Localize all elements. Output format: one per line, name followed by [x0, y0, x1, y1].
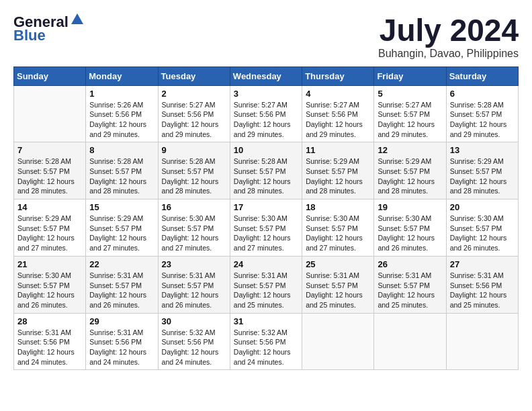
- day-number: 3: [234, 89, 298, 99]
- table-row: 25 Sunrise: 5:31 AM Sunset: 5:57 PM Dayl…: [302, 256, 374, 313]
- day-info: Sunrise: 5:30 AM Sunset: 5:57 PM Dayligh…: [17, 271, 82, 310]
- svg-marker-0: [71, 13, 83, 24]
- table-row: 2 Sunrise: 5:27 AM Sunset: 5:56 PM Dayli…: [158, 85, 230, 142]
- day-info: Sunrise: 5:31 AM Sunset: 5:57 PM Dayligh…: [306, 271, 370, 310]
- table-row: 21 Sunrise: 5:30 AM Sunset: 5:57 PM Dayl…: [14, 256, 86, 313]
- day-info: Sunrise: 5:30 AM Sunset: 5:57 PM Dayligh…: [450, 214, 515, 253]
- day-info: Sunrise: 5:32 AM Sunset: 5:56 PM Dayligh…: [162, 328, 226, 367]
- month-title: July 2024: [378, 13, 519, 48]
- day-info: Sunrise: 5:30 AM Sunset: 5:57 PM Dayligh…: [378, 214, 442, 253]
- day-info: Sunrise: 5:31 AM Sunset: 5:57 PM Dayligh…: [162, 271, 226, 310]
- day-info: Sunrise: 5:27 AM Sunset: 5:56 PM Dayligh…: [306, 100, 370, 140]
- table-row: 30 Sunrise: 5:32 AM Sunset: 5:56 PM Dayl…: [158, 313, 230, 370]
- logo-blue: Blue: [13, 27, 46, 44]
- day-number: 14: [17, 202, 82, 212]
- day-info: Sunrise: 5:29 AM Sunset: 5:57 PM Dayligh…: [17, 214, 82, 253]
- table-row: 28 Sunrise: 5:31 AM Sunset: 5:56 PM Dayl…: [14, 313, 86, 370]
- day-number: 23: [162, 259, 226, 269]
- day-number: 16: [162, 202, 226, 212]
- col-tuesday: Tuesday: [158, 66, 230, 85]
- day-number: 17: [234, 202, 298, 212]
- calendar-week-row: 14 Sunrise: 5:29 AM Sunset: 5:57 PM Dayl…: [14, 199, 519, 257]
- table-row: 22 Sunrise: 5:31 AM Sunset: 5:57 PM Dayl…: [86, 256, 158, 313]
- day-number: 9: [162, 145, 226, 155]
- day-number: 15: [89, 202, 154, 212]
- day-info: Sunrise: 5:28 AM Sunset: 5:57 PM Dayligh…: [17, 156, 82, 196]
- day-number: 31: [234, 316, 298, 326]
- table-row: 27 Sunrise: 5:31 AM Sunset: 5:56 PM Dayl…: [446, 256, 518, 313]
- table-row: [446, 313, 518, 370]
- calendar-table: Sunday Monday Tuesday Wednesday Thursday…: [13, 66, 519, 371]
- calendar-week-row: 7 Sunrise: 5:28 AM Sunset: 5:57 PM Dayli…: [14, 142, 519, 199]
- table-row: [302, 313, 374, 370]
- day-number: 1: [89, 89, 154, 99]
- table-row: 6 Sunrise: 5:28 AM Sunset: 5:57 PM Dayli…: [446, 85, 518, 142]
- day-number: 2: [162, 89, 226, 99]
- day-info: Sunrise: 5:31 AM Sunset: 5:57 PM Dayligh…: [89, 271, 154, 310]
- logo: General Blue: [13, 13, 85, 44]
- day-info: Sunrise: 5:30 AM Sunset: 5:57 PM Dayligh…: [234, 214, 298, 253]
- day-info: Sunrise: 5:29 AM Sunset: 5:57 PM Dayligh…: [89, 214, 154, 253]
- logo-icon: [70, 12, 85, 27]
- day-number: 18: [306, 202, 370, 212]
- table-row: 24 Sunrise: 5:31 AM Sunset: 5:57 PM Dayl…: [230, 256, 302, 313]
- day-number: 29: [89, 316, 154, 326]
- table-row: 31 Sunrise: 5:32 AM Sunset: 5:56 PM Dayl…: [230, 313, 302, 370]
- table-row: 23 Sunrise: 5:31 AM Sunset: 5:57 PM Dayl…: [158, 256, 230, 313]
- table-row: 18 Sunrise: 5:30 AM Sunset: 5:57 PM Dayl…: [302, 199, 374, 257]
- table-row: 8 Sunrise: 5:28 AM Sunset: 5:57 PM Dayli…: [86, 142, 158, 199]
- table-row: 19 Sunrise: 5:30 AM Sunset: 5:57 PM Dayl…: [374, 199, 446, 257]
- day-info: Sunrise: 5:27 AM Sunset: 5:56 PM Dayligh…: [234, 100, 298, 140]
- day-info: Sunrise: 5:31 AM Sunset: 5:57 PM Dayligh…: [378, 271, 442, 310]
- col-sunday: Sunday: [14, 66, 86, 85]
- day-number: 22: [89, 259, 154, 269]
- day-info: Sunrise: 5:28 AM Sunset: 5:57 PM Dayligh…: [234, 156, 298, 196]
- day-number: 5: [378, 89, 442, 99]
- day-number: 6: [450, 89, 515, 99]
- day-number: 26: [378, 259, 442, 269]
- table-row: 17 Sunrise: 5:30 AM Sunset: 5:57 PM Dayl…: [230, 199, 302, 257]
- day-info: Sunrise: 5:32 AM Sunset: 5:56 PM Dayligh…: [234, 328, 298, 367]
- col-saturday: Saturday: [446, 66, 518, 85]
- day-info: Sunrise: 5:29 AM Sunset: 5:57 PM Dayligh…: [378, 156, 442, 196]
- col-wednesday: Wednesday: [230, 66, 302, 85]
- table-row: 11 Sunrise: 5:29 AM Sunset: 5:57 PM Dayl…: [302, 142, 374, 199]
- day-number: 21: [17, 259, 82, 269]
- calendar-week-row: 1 Sunrise: 5:26 AM Sunset: 5:56 PM Dayli…: [14, 85, 519, 142]
- location-subtitle: Buhangin, Davao, Philippines: [378, 48, 519, 60]
- table-row: 4 Sunrise: 5:27 AM Sunset: 5:56 PM Dayli…: [302, 85, 374, 142]
- day-number: 12: [378, 145, 442, 155]
- day-info: Sunrise: 5:26 AM Sunset: 5:56 PM Dayligh…: [89, 100, 154, 140]
- table-row: 9 Sunrise: 5:28 AM Sunset: 5:57 PM Dayli…: [158, 142, 230, 199]
- day-number: 28: [17, 316, 82, 326]
- day-number: 7: [17, 145, 82, 155]
- col-monday: Monday: [86, 66, 158, 85]
- table-row: 29 Sunrise: 5:31 AM Sunset: 5:56 PM Dayl…: [86, 313, 158, 370]
- calendar-week-row: 28 Sunrise: 5:31 AM Sunset: 5:56 PM Dayl…: [14, 313, 519, 370]
- table-row: [14, 85, 86, 142]
- table-row: 7 Sunrise: 5:28 AM Sunset: 5:57 PM Dayli…: [14, 142, 86, 199]
- day-info: Sunrise: 5:31 AM Sunset: 5:56 PM Dayligh…: [89, 328, 154, 367]
- col-friday: Friday: [374, 66, 446, 85]
- table-row: 13 Sunrise: 5:29 AM Sunset: 5:57 PM Dayl…: [446, 142, 518, 199]
- day-number: 25: [306, 259, 370, 269]
- table-row: 5 Sunrise: 5:27 AM Sunset: 5:57 PM Dayli…: [374, 85, 446, 142]
- day-info: Sunrise: 5:31 AM Sunset: 5:56 PM Dayligh…: [17, 328, 82, 367]
- day-info: Sunrise: 5:28 AM Sunset: 5:57 PM Dayligh…: [89, 156, 154, 196]
- table-row: 20 Sunrise: 5:30 AM Sunset: 5:57 PM Dayl…: [446, 199, 518, 257]
- day-number: 10: [234, 145, 298, 155]
- day-info: Sunrise: 5:27 AM Sunset: 5:56 PM Dayligh…: [162, 100, 226, 140]
- col-thursday: Thursday: [302, 66, 374, 85]
- day-info: Sunrise: 5:28 AM Sunset: 5:57 PM Dayligh…: [450, 100, 515, 140]
- day-info: Sunrise: 5:29 AM Sunset: 5:57 PM Dayligh…: [450, 156, 515, 196]
- table-row: 26 Sunrise: 5:31 AM Sunset: 5:57 PM Dayl…: [374, 256, 446, 313]
- day-number: 11: [306, 145, 370, 155]
- day-info: Sunrise: 5:27 AM Sunset: 5:57 PM Dayligh…: [378, 100, 442, 140]
- page-header: General Blue July 2024 Buhangin, Davao, …: [13, 13, 519, 60]
- day-number: 13: [450, 145, 515, 155]
- day-number: 30: [162, 316, 226, 326]
- table-row: 1 Sunrise: 5:26 AM Sunset: 5:56 PM Dayli…: [86, 85, 158, 142]
- day-number: 4: [306, 89, 370, 99]
- calendar-header-row: Sunday Monday Tuesday Wednesday Thursday…: [14, 66, 519, 85]
- day-info: Sunrise: 5:28 AM Sunset: 5:57 PM Dayligh…: [162, 156, 226, 196]
